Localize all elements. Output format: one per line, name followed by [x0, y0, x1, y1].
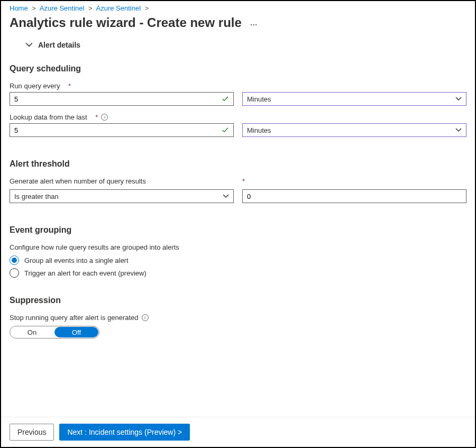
run-query-every-label: Run query every *: [10, 82, 466, 90]
run-query-every-input[interactable]: [10, 92, 234, 106]
lookup-data-input[interactable]: [10, 123, 234, 137]
threshold-value-input[interactable]: [242, 189, 466, 203]
radio-unselected-icon: [10, 268, 19, 278]
radio-selected-icon: [10, 255, 19, 265]
lookup-data-label: Lookup data from the last * i: [10, 113, 466, 121]
chevron-down-icon: [223, 193, 229, 199]
lookup-data-unit-value: Minutes: [247, 126, 271, 134]
checkmark-icon: [222, 95, 229, 103]
generate-alert-label: Generate alert when number of query resu…: [10, 177, 234, 185]
section-event-grouping: Event grouping: [10, 225, 466, 235]
wizard-footer: Previous Next : Incident settings (Previ…: [1, 417, 475, 447]
info-icon[interactable]: i: [142, 314, 149, 321]
run-query-every-value[interactable]: [14, 95, 222, 103]
chevron-down-icon: [25, 41, 33, 49]
suppression-desc: Stop running query after alert is genera…: [10, 314, 466, 322]
lookup-data-unit-select[interactable]: Minutes: [242, 123, 466, 137]
chevron-down-icon: [455, 127, 462, 133]
breadcrumb-azure-sentinel-1[interactable]: Azure Sentinel: [40, 4, 85, 12]
section-query-scheduling: Query scheduling: [10, 64, 466, 74]
alert-details-toggle[interactable]: Alert details: [25, 41, 466, 49]
page-title: Analytics rule wizard - Create new rule …: [10, 15, 466, 30]
info-icon[interactable]: i: [101, 114, 108, 121]
radio-group-all-events[interactable]: Group all events into a single alert: [10, 255, 466, 265]
run-query-every-unit-select[interactable]: Minutes: [242, 92, 466, 106]
section-suppression: Suppression: [10, 296, 466, 305]
breadcrumb-azure-sentinel-2[interactable]: Azure Sentinel: [96, 4, 141, 12]
suppression-toggle[interactable]: On Off: [10, 326, 99, 339]
radio-trigger-each-event[interactable]: Trigger an alert for each event (preview…: [10, 268, 466, 278]
threshold-operator-select[interactable]: Is greater than: [10, 189, 234, 203]
breadcrumb-home[interactable]: Home: [10, 4, 28, 12]
threshold-operator-value: Is greater than: [14, 193, 59, 200]
lookup-data-value[interactable]: [14, 126, 222, 134]
page-title-text: Analytics rule wizard - Create new rule: [10, 15, 242, 30]
alert-details-label: Alert details: [38, 41, 80, 49]
run-query-unit-value: Minutes: [247, 95, 271, 103]
radio-group-all-label: Group all events into a single alert: [24, 257, 129, 264]
previous-button[interactable]: Previous: [10, 424, 54, 441]
checkmark-icon: [222, 126, 229, 134]
threshold-value[interactable]: [247, 193, 462, 200]
section-alert-threshold: Alert threshold: [10, 159, 466, 169]
more-icon[interactable]: …: [250, 19, 258, 27]
toggle-on[interactable]: On: [10, 326, 54, 338]
next-button[interactable]: Next : Incident settings (Preview) >: [59, 424, 190, 441]
radio-trigger-each-label: Trigger an alert for each event (preview…: [24, 269, 147, 277]
toggle-off[interactable]: Off: [54, 327, 98, 337]
chevron-down-icon: [455, 96, 462, 102]
breadcrumb: Home > Azure Sentinel > Azure Sentinel >: [10, 4, 466, 12]
event-grouping-desc: Configure how rule query results are gro…: [10, 243, 466, 251]
